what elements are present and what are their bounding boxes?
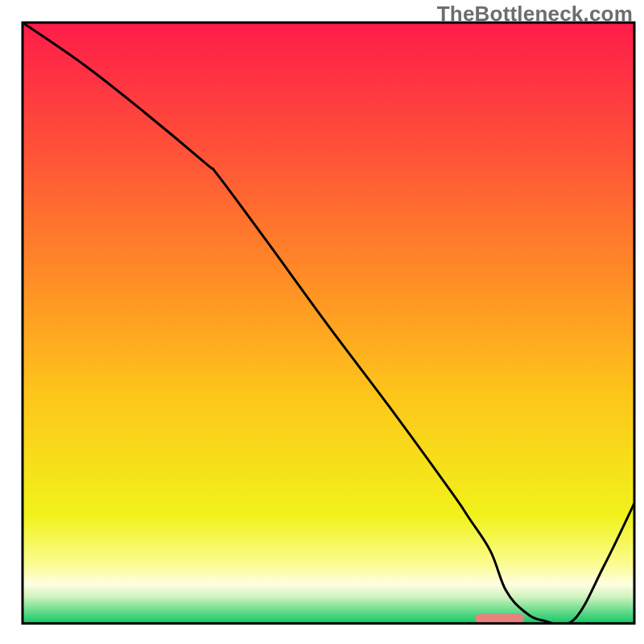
watermark-label: TheBottleneck.com: [437, 2, 633, 27]
bottleneck-chart-svg: [0, 0, 644, 644]
gradient-plot-area: [23, 23, 634, 623]
highlight-segment: [475, 613, 524, 623]
chart-container: TheBottleneck.com: [0, 0, 644, 644]
